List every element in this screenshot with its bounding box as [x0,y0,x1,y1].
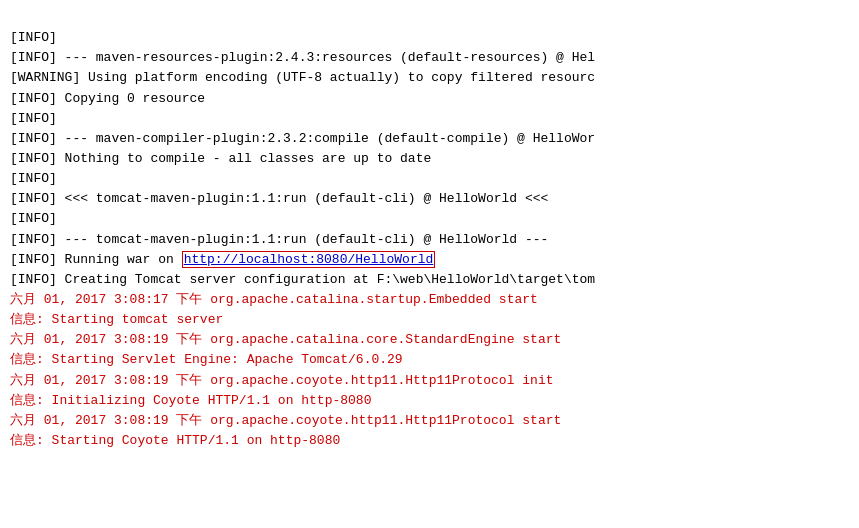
console-line: [INFO] Nothing to compile - all classes … [10,149,849,169]
localhost-link[interactable]: http://localhost:8080/HelloWorld [182,251,436,268]
console-line: [INFO] Running war on http://localhost:8… [10,250,849,270]
console-line: 信息: Starting tomcat server [10,310,849,330]
console-line: [INFO] [10,109,849,129]
console-line: 信息: Starting Coyote HTTP/1.1 on http-808… [10,431,849,451]
console-line: 六月 01, 2017 3:08:19 下午 org.apache.coyote… [10,371,849,391]
console-line: [INFO] --- maven-compiler-plugin:2.3.2:c… [10,129,849,149]
console-line: 信息: Initializing Coyote HTTP/1.1 on http… [10,391,849,411]
console-line: 六月 01, 2017 3:08:17 下午 org.apache.catali… [10,290,849,310]
console-line: [WARNING] Using platform encoding (UTF-8… [10,68,849,88]
console-line: [INFO] Creating Tomcat server configurat… [10,270,849,290]
console-line: [INFO] --- tomcat-maven-plugin:1.1:run (… [10,230,849,250]
console-output: [INFO][INFO] --- maven-resources-plugin:… [0,0,859,459]
console-line: [INFO] [10,209,849,229]
console-line: 信息: Starting Servlet Engine: Apache Tomc… [10,350,849,370]
console-line: 六月 01, 2017 3:08:19 下午 org.apache.coyote… [10,411,849,431]
console-line: [INFO] <<< tomcat-maven-plugin:1.1:run (… [10,189,849,209]
console-line: [INFO] [10,169,849,189]
console-line: [INFO] --- maven-resources-plugin:2.4.3:… [10,48,849,68]
console-line: [INFO] Copying 0 resource [10,89,849,109]
console-line: 六月 01, 2017 3:08:19 下午 org.apache.catali… [10,330,849,350]
console-line: [INFO] [10,28,849,48]
